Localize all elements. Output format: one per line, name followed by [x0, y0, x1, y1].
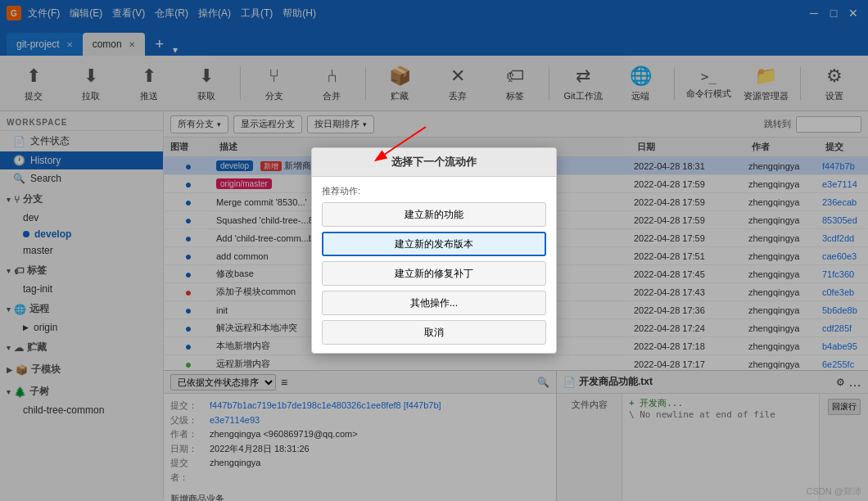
cancel-button[interactable]: 取消	[322, 320, 546, 345]
new-feature-button[interactable]: 建立新的功能	[322, 202, 546, 227]
recommend-label: 推荐动作:	[322, 185, 546, 197]
new-release-button[interactable]: 建立新的发布版本	[322, 232, 546, 256]
flow-action-dialog: 选择下一个流动作 推荐动作: 建立新的功能 建立新的发布版本 建立新的修复补丁 …	[311, 147, 557, 354]
dialog-title: 选择下一个流动作	[312, 148, 556, 177]
new-hotfix-button[interactable]: 建立新的修复补丁	[322, 261, 546, 286]
other-actions-button[interactable]: 其他操作...	[322, 291, 546, 315]
dialog-overlay: 选择下一个流动作 推荐动作: 建立新的功能 建立新的发布版本 建立新的修复补丁 …	[0, 0, 868, 501]
watermark: CSDN @郑沛	[807, 485, 861, 498]
dialog-body: 推荐动作: 建立新的功能 建立新的发布版本 建立新的修复补丁 其他操作... 取…	[312, 177, 556, 353]
